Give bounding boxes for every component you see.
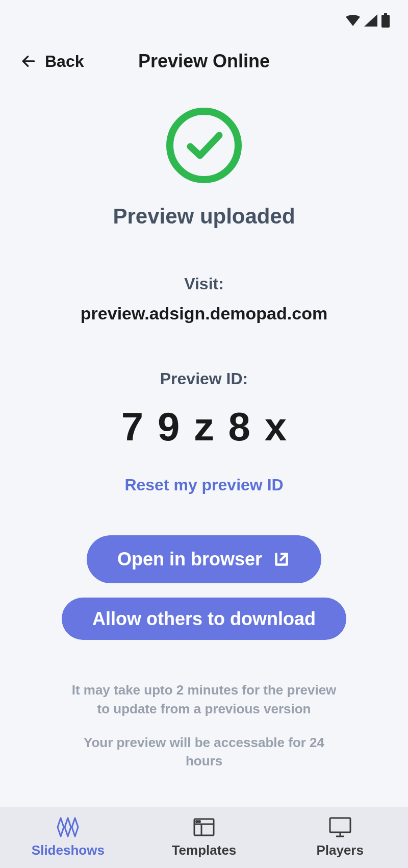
back-button[interactable]: Back: [20, 52, 84, 71]
wifi-icon: [346, 15, 360, 26]
back-label: Back: [45, 52, 84, 71]
arrow-left-icon: [20, 53, 37, 69]
nav-players[interactable]: Players: [272, 817, 408, 858]
svg-point-8: [196, 821, 198, 822]
nav-templates[interactable]: Templates: [136, 817, 272, 858]
success-icon: [166, 107, 242, 184]
slideshows-icon: [56, 817, 80, 837]
svg-rect-10: [330, 818, 350, 832]
external-link-icon: [272, 550, 291, 568]
svg-point-3: [170, 111, 238, 180]
visit-label: Visit:: [184, 275, 224, 293]
visit-url: preview.adsign.demopad.com: [81, 304, 327, 324]
note-update-time: It may take upto 2 minutes for the previ…: [64, 681, 344, 718]
players-icon: [329, 817, 351, 837]
open-browser-label: Open in browser: [117, 549, 262, 570]
uploaded-title: Preview uploaded: [113, 204, 295, 229]
nav-slideshows-label: Slideshows: [32, 842, 105, 858]
page-title: Preview Online: [138, 51, 270, 72]
allow-download-label: Allow others to download: [92, 608, 316, 630]
preview-id-value: 79z8x: [107, 404, 301, 450]
main-content: Preview uploaded Visit: preview.adsign.d…: [0, 82, 408, 807]
nav-templates-label: Templates: [172, 842, 237, 858]
nav-players-label: Players: [316, 842, 364, 858]
reset-preview-id-link[interactable]: Reset my preview ID: [124, 476, 283, 494]
open-in-browser-button[interactable]: Open in browser: [87, 535, 321, 583]
status-icons: [346, 13, 390, 28]
battery-icon: [381, 13, 390, 28]
svg-rect-1: [381, 15, 390, 28]
header: Back Preview Online: [0, 41, 408, 82]
note-access-duration: Your preview will be accessable for 24 h…: [64, 733, 344, 771]
nav-slideshows[interactable]: Slideshows: [0, 817, 136, 858]
templates-icon: [193, 817, 215, 837]
status-bar: [0, 0, 408, 41]
svg-point-9: [199, 821, 200, 822]
preview-id-label: Preview ID:: [160, 369, 248, 388]
bottom-navigation: Slideshows Templates Players: [0, 807, 408, 868]
allow-download-button[interactable]: Allow others to download: [62, 598, 346, 640]
svg-rect-0: [384, 13, 387, 15]
signal-icon: [364, 14, 377, 27]
